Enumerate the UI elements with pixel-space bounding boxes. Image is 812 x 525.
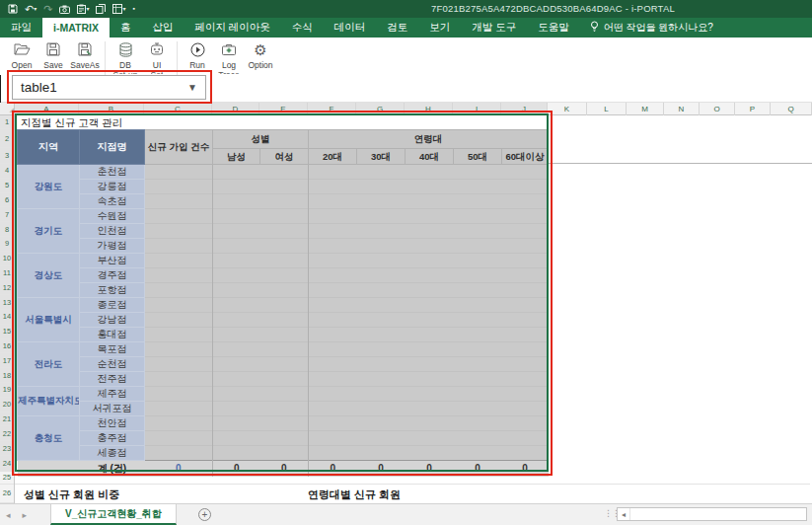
data-cell[interactable] [260, 446, 309, 461]
region-cell[interactable]: 경기도 [18, 209, 80, 254]
data-cell[interactable] [406, 372, 454, 387]
data-cell[interactable] [260, 268, 309, 283]
data-cell[interactable] [454, 446, 502, 461]
tab-formulas[interactable]: 수식 [281, 18, 324, 38]
data-cell[interactable] [454, 180, 502, 194]
new-sheet-icon[interactable]: ▾ [112, 0, 125, 18]
data-cell[interactable] [406, 180, 454, 194]
data-cell[interactable] [357, 402, 406, 416]
data-cell[interactable] [213, 239, 260, 254]
save-icon[interactable] [8, 0, 18, 18]
column-header[interactable]: I [453, 103, 501, 115]
column-header[interactable]: M [627, 103, 664, 115]
data-cell[interactable] [406, 165, 454, 180]
branch-cell[interactable]: 강릉점 [80, 180, 145, 194]
data-cell[interactable] [454, 387, 502, 402]
total-label[interactable]: 계 (건) [80, 461, 145, 477]
header-branch[interactable]: 지점명 [80, 130, 145, 165]
data-cell[interactable] [406, 313, 454, 328]
data-cell[interactable] [454, 209, 502, 224]
data-cell[interactable] [145, 313, 213, 328]
branch-cell[interactable]: 홍대점 [80, 328, 145, 342]
camera-icon[interactable] [59, 0, 70, 18]
header-age-40s[interactable]: 40대 [406, 149, 454, 165]
total-value[interactable]: 0 [502, 461, 549, 477]
branch-cell[interactable]: 세종점 [80, 446, 145, 461]
data-cell[interactable] [406, 357, 454, 372]
total-value[interactable]: 0 [309, 461, 357, 477]
column-header[interactable]: A [15, 103, 79, 115]
table-selector-dropdown[interactable]: table1 ▼ [12, 75, 206, 100]
data-cell[interactable] [145, 328, 213, 342]
add-sheet-icon[interactable]: + [198, 508, 211, 521]
total-value[interactable]: 0 [213, 461, 260, 477]
data-cell[interactable] [454, 357, 502, 372]
data-cell[interactable] [502, 268, 549, 283]
data-cell[interactable] [309, 298, 357, 313]
data-cell[interactable] [213, 209, 260, 224]
data-cell[interactable] [454, 224, 502, 239]
data-cell[interactable] [502, 387, 549, 402]
data-cell[interactable] [406, 268, 454, 283]
undo-icon[interactable]: ↶▾ [25, 0, 37, 18]
data-cell[interactable] [145, 268, 213, 283]
data-cell[interactable] [213, 254, 260, 268]
data-cell[interactable] [357, 387, 406, 402]
data-cell[interactable] [309, 313, 357, 328]
column-headers[interactable]: ABCDEFGHIJKLMNOPQ [15, 103, 812, 115]
save-button[interactable]: Save [38, 40, 68, 70]
row-header[interactable]: 22 [0, 426, 14, 441]
data-cell[interactable] [406, 402, 454, 416]
row-header[interactable]: 6 [0, 193, 14, 208]
branch-cell[interactable]: 서귀포점 [80, 402, 145, 416]
header-age-60plus[interactable]: 60대이상 [502, 149, 549, 165]
row-header[interactable]: 3 [0, 148, 14, 164]
data-cell[interactable] [454, 194, 502, 209]
row-header[interactable]: 21 [0, 412, 14, 427]
data-cell[interactable] [309, 283, 357, 298]
header-region[interactable]: 지역 [18, 130, 80, 165]
data-cell[interactable] [406, 431, 454, 446]
data-cell[interactable] [406, 209, 454, 224]
tab-data[interactable]: 데이터 [324, 18, 377, 38]
data-cell[interactable] [406, 254, 454, 268]
data-cell[interactable] [454, 328, 502, 342]
data-cell[interactable] [357, 209, 406, 224]
header-male[interactable]: 남성 [213, 149, 260, 165]
data-cell[interactable] [145, 283, 213, 298]
data-cell[interactable] [309, 254, 357, 268]
data-cell[interactable] [309, 402, 357, 416]
data-cell[interactable] [406, 416, 454, 431]
data-cell[interactable] [145, 431, 213, 446]
data-cell[interactable] [502, 224, 549, 239]
column-header[interactable]: P [735, 103, 771, 115]
save-as-button[interactable]: SaveAs [70, 40, 100, 70]
data-cell[interactable] [309, 431, 357, 446]
header-age-50s[interactable]: 50대 [454, 149, 502, 165]
header-female[interactable]: 여성 [260, 149, 309, 165]
column-header[interactable]: C [144, 103, 212, 115]
row-header[interactable]: 24 [0, 456, 14, 472]
data-cell[interactable] [502, 165, 549, 180]
data-cell[interactable] [213, 431, 260, 446]
data-cell[interactable] [502, 357, 549, 372]
data-cell[interactable] [145, 165, 213, 180]
data-cell[interactable] [213, 313, 260, 328]
data-cell[interactable] [213, 342, 260, 357]
region-cell[interactable]: 제주특별자치도 [18, 387, 80, 416]
row-header[interactable]: 15 [0, 325, 14, 339]
data-cell[interactable] [309, 372, 357, 387]
data-cell[interactable] [502, 283, 549, 298]
data-cell[interactable] [454, 298, 502, 313]
header-age-group[interactable]: 연령대 [309, 130, 549, 149]
tab-page-layout[interactable]: 페이지 레이아웃 [184, 18, 280, 38]
branch-cell[interactable]: 춘천점 [80, 165, 145, 180]
data-cell[interactable] [309, 224, 357, 239]
data-cell[interactable] [357, 239, 406, 254]
region-cell[interactable]: 전라도 [18, 342, 80, 387]
data-cell[interactable] [406, 387, 454, 402]
row-headers[interactable]: 1234567891011121314151617181920212223242… [0, 115, 15, 503]
data-cell[interactable] [145, 209, 213, 224]
data-cell[interactable] [145, 180, 213, 194]
branch-cell[interactable]: 목포점 [80, 342, 145, 357]
